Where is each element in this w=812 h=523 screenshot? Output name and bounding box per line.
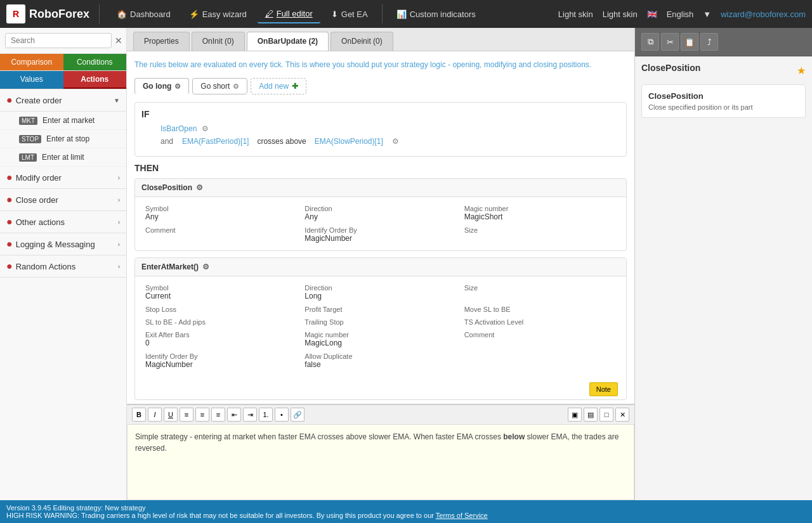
nav-easywizard[interactable]: ⚡ Easy wizard — [181, 6, 254, 23]
section-dot: ● — [6, 94, 13, 105]
status-bar: Version 3.9.45 Editing strategy: New str… — [0, 500, 812, 523]
create-order-header[interactable]: ●Create order ▼ — [0, 89, 126, 112]
tab-onbarupdate[interactable]: OnBarUpdate (2) — [247, 32, 329, 51]
note-button[interactable]: Note — [589, 382, 618, 396]
sidebar-tab-values[interactable]: Values — [0, 71, 63, 89]
skin-label[interactable]: Light skin — [603, 10, 638, 19]
view-half-button[interactable]: ▤ — [584, 408, 598, 422]
panel-title: ClosePosition — [641, 63, 700, 73]
editor-icon: 🖊 — [265, 9, 273, 18]
stop-badge: STOP — [19, 135, 41, 143]
editor-area[interactable]: Simple strategy - entering at market whe… — [127, 424, 634, 500]
indent-more-button[interactable]: ⇥ — [243, 408, 257, 422]
right-panel-toolbar: ⧉ ✂ 📋 ⤴ — [635, 28, 812, 56]
indent-less-button[interactable]: ⇤ — [227, 408, 241, 422]
nav-dashboard[interactable]: 🏠 Dashboard — [109, 6, 178, 23]
underline-button[interactable]: U — [164, 408, 178, 422]
flag-icon: 🇬🇧 — [647, 10, 657, 19]
star-button[interactable]: ★ — [797, 65, 806, 77]
bold-button[interactable]: B — [132, 408, 146, 422]
main-tabs-row: Properties OnInit (0) OnBarUpdate (2) On… — [127, 28, 634, 51]
sidebar-tab-conditions[interactable]: Conditions — [63, 54, 127, 70]
warning-text-content: HIGH RISK WARNING: Trading carriers a hi… — [6, 512, 436, 519]
list-ol-button[interactable]: 1. — [259, 408, 273, 422]
editor-text-normal: Simple strategy - entering at market whe… — [135, 432, 503, 441]
home-icon: 🏠 — [117, 10, 127, 19]
editor-toolbar-right: ▣ ▤ □ ✕ — [568, 408, 629, 422]
sidebar-item-enter-stop[interactable]: STOP Enter at stop — [0, 130, 126, 148]
align-right-button[interactable]: ≡ — [211, 408, 225, 422]
symbol-label-1: Symbol — [145, 205, 297, 212]
cut-button[interactable]: ✂ — [661, 33, 679, 51]
skin-selector[interactable]: Light skin — [558, 10, 593, 19]
section-dot-5: ● — [6, 238, 13, 249]
logo[interactable]: R RoboForex — [6, 4, 100, 23]
rule-tab-golong[interactable]: Go long ⚙ — [134, 78, 189, 94]
search-clear-icon[interactable]: ✕ — [115, 36, 122, 46]
enter-market-title: EnterAtMarket() — [141, 262, 199, 271]
view-full-button[interactable]: ▣ — [568, 408, 582, 422]
list-ul-button[interactable]: • — [275, 408, 289, 422]
chevron-down-icon: ▼ — [114, 97, 120, 104]
close-editor-button[interactable]: ✕ — [615, 408, 629, 422]
other-actions-header[interactable]: ●Other actions › — [0, 211, 126, 233]
direction-label-1: Direction — [304, 205, 456, 212]
align-left-button[interactable]: ≡ — [180, 408, 193, 422]
field-magic-2: Magic number MagicLong — [301, 328, 460, 350]
enter-market-gear-icon[interactable]: ⚙ — [202, 262, 209, 271]
copy-button[interactable]: ⧉ — [641, 33, 659, 51]
info-text-blue: This is where you should put your strate… — [285, 60, 591, 69]
rule-tab-addnew[interactable]: Add new ✚ — [251, 78, 306, 94]
align-center-button[interactable]: ≡ — [195, 408, 209, 422]
sidebar-close-order: ●Close order › — [0, 189, 126, 211]
nav-getea[interactable]: ⬇ Get EA — [324, 6, 376, 23]
logging-header[interactable]: ●Logging & Messaging › — [0, 233, 126, 255]
sidebar-tab-actions[interactable]: Actions — [63, 71, 127, 89]
isbaropen-gear-icon[interactable]: ⚙ — [202, 124, 209, 133]
tab-ondeinit[interactable]: OnDeinit (0) — [331, 32, 393, 51]
italic-button[interactable]: I — [148, 408, 162, 422]
editor-toolbar: B I U ≡ ≡ ≡ ⇤ ⇥ 1. • 🔗 ▣ ▤ □ ✕ — [127, 404, 634, 424]
magic-value-1: MagicShort — [464, 212, 616, 221]
and-label: and — [160, 137, 173, 146]
chart-icon: 📊 — [396, 10, 407, 19]
condition-isbaropen: IsBarOpen ⚙ — [160, 124, 620, 133]
modify-order-header[interactable]: ●Modify order › — [0, 167, 126, 189]
right-panel: ⧉ ✂ 📋 ⤴ ClosePosition ★ ClosePosition Cl… — [634, 28, 812, 500]
close-position-title: ClosePosition — [141, 183, 192, 192]
top-nav: R RoboForex 🏠 Dashboard ⚡ Easy wizard 🖊 … — [0, 0, 812, 28]
paste-button[interactable]: 📋 — [681, 33, 698, 51]
rule-content: The rules below are evaluated on every t… — [127, 51, 634, 404]
random-actions-header[interactable]: ●Random Actions › — [0, 255, 126, 278]
share-button[interactable]: ⤴ — [700, 33, 718, 51]
ema-slow-link[interactable]: EMA(SlowPeriod)[1] — [315, 137, 383, 146]
field-allowduplicate: Allow Duplicate false — [301, 350, 460, 371]
golong-gear-icon[interactable]: ⚙ — [174, 82, 181, 91]
user-email[interactable]: wizard@roboforex.com — [721, 10, 806, 19]
view-empty-button[interactable]: □ — [599, 408, 613, 422]
sidebar-item-enter-market[interactable]: MKT Enter at market — [0, 112, 126, 130]
field-identifyby-2: Identify Order By MagicNumber — [141, 350, 301, 371]
ema-fast-link[interactable]: EMA(FastPeriod)[1] — [182, 137, 249, 146]
field-stoploss: Stop Loss — [141, 303, 301, 316]
ema-gear-icon[interactable]: ⚙ — [392, 137, 399, 146]
sidebar-random-actions: ●Random Actions › — [0, 255, 126, 278]
nav-fulleditor[interactable]: 🖊 Full editor — [258, 5, 320, 23]
nav-customindicators[interactable]: 📊 Custom indicators — [389, 6, 483, 23]
sidebar-tab-comparison[interactable]: Comparison — [0, 54, 63, 70]
close-position-gear-icon[interactable]: ⚙ — [196, 183, 203, 192]
tab-oninit[interactable]: OnInit (0) — [192, 32, 245, 51]
sidebar-item-enter-limit[interactable]: LMT Enter at limit — [0, 148, 126, 167]
close-order-header[interactable]: ●Close order › — [0, 189, 126, 211]
tos-link[interactable]: Terms of Service — [436, 512, 488, 519]
nav-right: Light skin Light skin 🇬🇧 English ▼ wizar… — [558, 10, 806, 19]
tab-properties[interactable]: Properties — [133, 32, 190, 51]
language-label[interactable]: English — [667, 10, 694, 19]
goshort-gear-icon[interactable]: ⚙ — [233, 82, 239, 91]
section-dot-3: ● — [6, 194, 13, 205]
rule-tab-goshort[interactable]: Go short ⚙ — [192, 78, 247, 94]
search-input[interactable] — [5, 33, 112, 48]
lang-dropdown[interactable]: ▼ — [703, 10, 711, 19]
link-button[interactable]: 🔗 — [291, 408, 304, 422]
condition-ema: and EMA(FastPeriod)[1] crosses above EMA… — [160, 137, 620, 146]
